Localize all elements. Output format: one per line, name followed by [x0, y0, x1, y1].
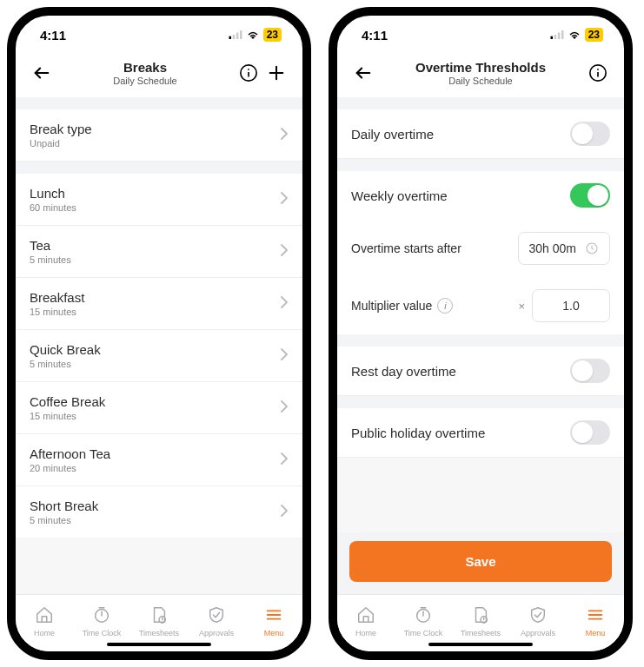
- battery-badge: 23: [263, 28, 282, 42]
- add-button[interactable]: [262, 59, 290, 87]
- break-duration: 60 minutes: [30, 202, 76, 213]
- home-indicator: [428, 643, 533, 646]
- tab-time-clock[interactable]: Time Clock: [395, 595, 452, 648]
- daily-overtime-label: Daily overtime: [351, 127, 434, 142]
- multiplier-input[interactable]: 1.0: [532, 289, 610, 322]
- overtime-starts-after-value: 30h 00m: [529, 241, 576, 255]
- break-row[interactable]: Afternoon Tea 20 minutes: [16, 434, 302, 486]
- tab-label: Home: [34, 629, 55, 637]
- chevron-right-icon: [280, 192, 289, 208]
- phone-overtime: 4:11 23 Overtime Thresholds Daily Schedu…: [329, 7, 633, 660]
- multiplier-label: Multiplier value: [351, 299, 432, 313]
- info-icon[interactable]: i: [437, 298, 453, 314]
- tab-icon: [264, 605, 283, 626]
- break-row[interactable]: Short Break 5 minutes: [16, 486, 302, 538]
- break-duration: 5 minutes: [30, 254, 71, 265]
- tab-label: Timesheets: [461, 629, 501, 637]
- tab-home[interactable]: Home: [16, 595, 73, 648]
- multiplier-row: Multiplier value i × 1.0: [337, 277, 624, 334]
- save-button[interactable]: Save: [349, 541, 612, 582]
- back-button[interactable]: [28, 59, 56, 87]
- page-title: Breaks: [56, 60, 235, 75]
- daily-overtime-row: Daily overtime: [337, 109, 624, 159]
- tab-label: Time Clock: [83, 629, 122, 637]
- tab-menu[interactable]: Menu: [567, 595, 624, 648]
- chevron-right-icon: [280, 348, 289, 364]
- tab-timesheets[interactable]: Timesheets: [452, 595, 509, 648]
- tab-approvals[interactable]: Approvals: [188, 595, 245, 648]
- signal-icon: [550, 30, 564, 39]
- info-button[interactable]: [584, 59, 612, 87]
- tab-icon: [356, 605, 375, 626]
- status-time: 4:11: [40, 28, 66, 43]
- tab-icon: [92, 605, 111, 626]
- tab-time-clock[interactable]: Time Clock: [73, 595, 130, 648]
- tab-label: Menu: [586, 629, 606, 637]
- tab-icon: [149, 605, 169, 626]
- public-holiday-overtime-row: Public holiday overtime: [337, 408, 624, 458]
- chevron-right-icon: [280, 400, 289, 416]
- svg-rect-20: [557, 33, 560, 40]
- svg-rect-0: [229, 36, 231, 39]
- rest-day-overtime-toggle[interactable]: [570, 359, 610, 383]
- break-name: Lunch: [30, 186, 76, 201]
- weekly-overtime-label: Weekly overtime: [351, 188, 448, 203]
- weekly-overtime-row: Weekly overtime: [337, 171, 624, 220]
- status-bar: 4:11 23: [337, 16, 624, 54]
- break-name: Coffee Break: [30, 394, 105, 409]
- break-row[interactable]: Coffee Break 15 minutes: [16, 382, 302, 434]
- break-duration: 20 minutes: [30, 463, 110, 473]
- chevron-right-icon: [280, 452, 289, 468]
- svg-rect-19: [554, 35, 556, 39]
- content: Break type Unpaid Lunch 60 minutes Tea 5…: [16, 97, 302, 594]
- header: Overtime Thresholds Daily Schedule: [337, 54, 624, 97]
- tab-label: Approvals: [521, 629, 555, 637]
- overtime-starts-after-input[interactable]: 30h 00m: [518, 232, 610, 265]
- multiplier-value: 1.0: [562, 299, 579, 313]
- info-button[interactable]: [235, 59, 262, 87]
- public-holiday-overtime-toggle[interactable]: [570, 420, 610, 445]
- tab-label: Timesheets: [139, 629, 179, 637]
- arrow-left-icon: [354, 63, 373, 83]
- multiply-symbol: ×: [518, 300, 525, 313]
- break-duration: 5 minutes: [30, 359, 101, 369]
- arrow-left-icon: [32, 63, 51, 83]
- info-icon: [588, 63, 607, 83]
- break-duration: 15 minutes: [30, 411, 105, 421]
- tab-label: Home: [355, 629, 376, 637]
- tab-icon: [207, 605, 226, 626]
- rest-day-overtime-row: Rest day overtime: [337, 347, 624, 396]
- status-indicators: 23: [229, 28, 282, 42]
- chevron-right-icon: [280, 244, 289, 260]
- svg-rect-18: [550, 36, 553, 39]
- home-indicator: [107, 643, 211, 646]
- break-row[interactable]: Quick Break 5 minutes: [16, 330, 302, 382]
- weekly-overtime-toggle[interactable]: [570, 183, 610, 208]
- break-row[interactable]: Breakfast 15 minutes: [16, 278, 302, 330]
- save-button-label: Save: [465, 554, 495, 569]
- tab-icon: [35, 605, 54, 626]
- break-type-row[interactable]: Break type Unpaid: [16, 109, 302, 162]
- wifi-icon: [246, 30, 260, 40]
- header: Breaks Daily Schedule: [16, 54, 302, 97]
- page-subtitle: Daily Schedule: [377, 76, 584, 86]
- break-row[interactable]: Tea 5 minutes: [16, 226, 302, 278]
- clock-icon: [585, 241, 599, 255]
- tab-menu[interactable]: Menu: [245, 595, 302, 648]
- break-row[interactable]: Lunch 60 minutes: [16, 174, 302, 226]
- tab-home[interactable]: Home: [337, 595, 395, 648]
- tab-label: Menu: [264, 629, 284, 637]
- tab-label: Approvals: [199, 629, 234, 637]
- public-holiday-overtime-label: Public holiday overtime: [351, 426, 485, 440]
- daily-overtime-toggle[interactable]: [570, 122, 610, 146]
- signal-icon: [229, 30, 242, 39]
- break-name: Quick Break: [30, 342, 101, 357]
- chevron-right-icon: [280, 505, 289, 520]
- wifi-icon: [568, 30, 581, 40]
- status-bar: 4:11 23: [16, 16, 302, 54]
- tab-timesheets[interactable]: Timesheets: [130, 595, 188, 648]
- tab-approvals[interactable]: Approvals: [509, 595, 567, 648]
- chevron-right-icon: [280, 296, 289, 312]
- back-button[interactable]: [349, 59, 377, 87]
- tab-icon: [471, 605, 490, 626]
